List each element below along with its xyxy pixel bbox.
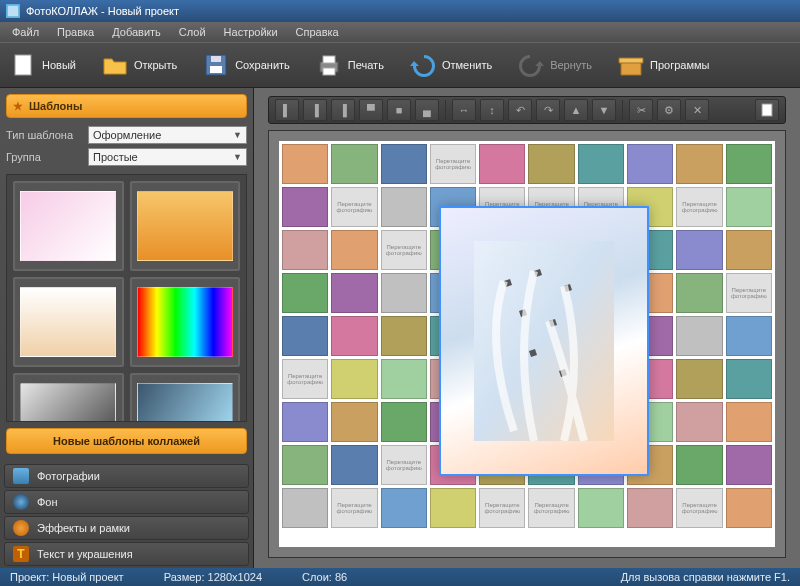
photo-cell[interactable] [282,402,328,442]
photo-cell[interactable] [528,144,574,184]
photo-cell[interactable] [726,187,772,227]
rotate-right-button[interactable]: ↷ [536,99,560,121]
photo-cell[interactable] [331,273,377,313]
photo-cell[interactable] [331,359,377,399]
photo-cell[interactable] [726,445,772,485]
photo-cell[interactable] [627,144,673,184]
photo-cell[interactable] [331,316,377,356]
menu-item-настройки[interactable]: Настройки [216,24,286,40]
tab-text[interactable]: T Текст и украшения [4,542,249,566]
menu-item-справка[interactable]: Справка [288,24,347,40]
template-thumb[interactable] [130,277,241,367]
photo-cell[interactable] [331,445,377,485]
align-center-button[interactable]: ▐ [303,99,327,121]
photo-cell[interactable] [676,316,722,356]
photo-cell[interactable] [381,316,427,356]
placeholder-cell[interactable]: Перетащитефотографию [430,144,476,184]
new-page-button[interactable] [755,99,779,121]
align-bottom-button[interactable]: ▄ [415,99,439,121]
photo-cell[interactable] [726,316,772,356]
align-right-button[interactable]: ▐ [331,99,355,121]
photo-cell[interactable] [676,273,722,313]
photo-cell[interactable] [381,273,427,313]
tab-effects[interactable]: Эффекты и рамки [4,516,249,540]
photo-cell[interactable] [578,488,624,528]
crop-button[interactable]: ✂ [629,99,653,121]
programs-button[interactable]: Программы [618,52,709,78]
photo-cell[interactable] [479,144,525,184]
photo-cell[interactable] [430,488,476,528]
selected-photo-overlay[interactable] [439,206,649,476]
photo-cell[interactable] [381,402,427,442]
placeholder-cell[interactable]: Перетащитефотографию [381,230,427,270]
placeholder-cell[interactable]: Перетащитефотографию [381,445,427,485]
template-thumb[interactable] [13,277,124,367]
template-thumb[interactable] [130,181,241,271]
photo-cell[interactable] [676,402,722,442]
template-thumb[interactable] [130,373,241,422]
print-button[interactable]: Печать [316,52,384,78]
photo-cell[interactable] [726,230,772,270]
save-button[interactable]: Сохранить [203,52,290,78]
templates-header[interactable]: ★ Шаблоны [6,94,247,118]
photo-cell[interactable] [331,402,377,442]
photo-cell[interactable] [282,144,328,184]
menu-item-добавить[interactable]: Добавить [104,24,169,40]
tab-background[interactable]: Фон [4,490,249,514]
photo-cell[interactable] [578,144,624,184]
photo-cell[interactable] [381,488,427,528]
new-button[interactable]: Новый [10,52,76,78]
align-top-button[interactable]: ▀ [359,99,383,121]
open-button[interactable]: Открыть [102,52,177,78]
photo-cell[interactable] [331,230,377,270]
placeholder-cell[interactable]: Перетащитефотографию [726,273,772,313]
templates-grid[interactable] [6,174,247,422]
placeholder-cell[interactable]: Перетащитефотографию [676,488,722,528]
align-left-button[interactable]: ▌ [275,99,299,121]
flip-h-button[interactable]: ↔ [452,99,476,121]
flip-v-button[interactable]: ↕ [480,99,504,121]
redo-button[interactable]: Вернуть [518,52,592,78]
photo-cell[interactable] [282,273,328,313]
photo-cell[interactable] [726,402,772,442]
menu-item-правка[interactable]: Правка [49,24,102,40]
photo-cell[interactable] [627,488,673,528]
settings-button[interactable]: ⚙ [657,99,681,121]
template-thumb[interactable] [13,373,124,422]
undo-button[interactable]: Отменить [410,52,492,78]
photo-cell[interactable] [381,144,427,184]
placeholder-cell[interactable]: Перетащитефотографию [331,488,377,528]
template-type-select[interactable]: Оформление ▼ [88,126,247,144]
photo-cell[interactable] [282,316,328,356]
photo-cell[interactable] [282,230,328,270]
send-back-button[interactable]: ▼ [592,99,616,121]
template-thumb[interactable] [13,181,124,271]
tab-photos[interactable]: Фотографии [4,464,249,488]
photo-cell[interactable] [676,445,722,485]
placeholder-cell[interactable]: Перетащитефотографию [282,359,328,399]
photo-cell[interactable] [726,144,772,184]
photo-cell[interactable] [676,359,722,399]
photo-cell[interactable] [726,359,772,399]
photo-cell[interactable] [381,359,427,399]
photo-cell[interactable] [726,488,772,528]
align-middle-button[interactable]: ■ [387,99,411,121]
placeholder-cell[interactable]: Перетащитефотографию [479,488,525,528]
placeholder-cell[interactable]: Перетащитефотографию [676,187,722,227]
photo-cell[interactable] [282,445,328,485]
photo-cell[interactable] [676,144,722,184]
menu-item-файл[interactable]: Файл [4,24,47,40]
placeholder-cell[interactable]: Перетащитефотографию [331,187,377,227]
bring-front-button[interactable]: ▲ [564,99,588,121]
photo-cell[interactable] [282,488,328,528]
rotate-left-button[interactable]: ↶ [508,99,532,121]
menu-item-слой[interactable]: Слой [171,24,214,40]
group-select[interactable]: Простые ▼ [88,148,247,166]
placeholder-cell[interactable]: Перетащитефотографию [528,488,574,528]
photo-cell[interactable] [676,230,722,270]
photo-cell[interactable] [282,187,328,227]
delete-button[interactable]: ✕ [685,99,709,121]
photo-cell[interactable] [331,144,377,184]
canvas-viewport[interactable]: ПеретащитефотографиюПеретащитефотографию… [268,130,786,558]
photo-cell[interactable] [381,187,427,227]
